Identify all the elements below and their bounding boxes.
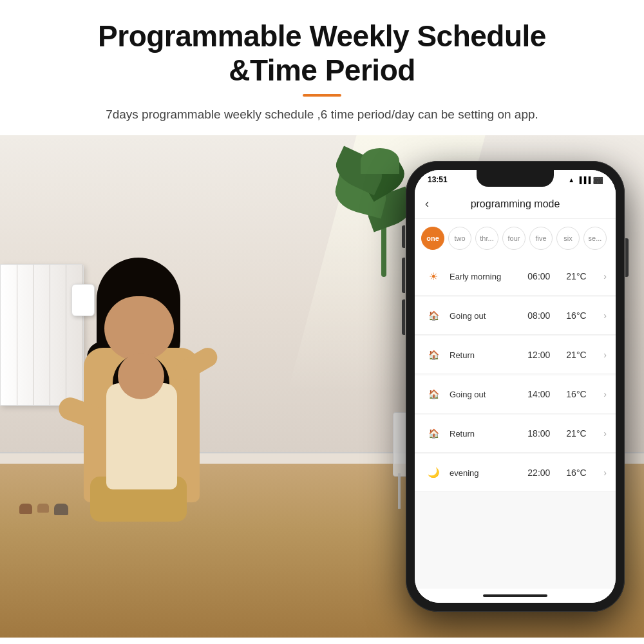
title-underline — [303, 94, 341, 97]
day-tabs: one two thr... four five — [415, 219, 616, 258]
schedule-arrow-0: › — [603, 271, 607, 281]
plant-area — [316, 135, 419, 277]
schedule-item-4[interactable]: 🏠 Return 18:00 21°C › — [415, 415, 616, 453]
schedule-time-5: 22:00 — [527, 468, 560, 478]
schedule-icon-4: 🏠 — [424, 424, 443, 443]
schedule-time-4: 18:00 — [527, 428, 560, 439]
top-section: Programmable Weekly Schedule &Time Perio… — [0, 0, 644, 135]
schedule-temp-2: 21°C — [566, 350, 597, 360]
battery-icon: ▓▓ — [593, 176, 603, 184]
schedule-arrow-3: › — [603, 389, 607, 399]
schedule-time-0: 06:00 — [527, 271, 560, 281]
schedule-item-5[interactable]: 🌙 evening 22:00 16°C › — [415, 454, 616, 492]
schedule-arrow-2: › — [603, 350, 607, 360]
main-title: Programmable Weekly Schedule &Time Perio… — [26, 19, 618, 88]
schedule-label-1: Going out — [450, 311, 521, 321]
phone-volume-up-button — [402, 258, 405, 293]
schedule-item-0[interactable]: ☀ Early morning 06:00 21°C › — [415, 258, 616, 296]
phone-notch — [477, 170, 554, 187]
schedule-label-5: evening — [450, 468, 521, 478]
schedule-time-3: 14:00 — [527, 389, 560, 399]
schedule-temp-3: 16°C — [566, 389, 597, 399]
schedule-list: ☀ Early morning 06:00 21°C › 🏠 Going out — [415, 258, 616, 589]
schedule-label-3: Going out — [450, 390, 521, 399]
person-area — [52, 232, 296, 554]
subtitle: 7days programmable weekly schedule ,6 ti… — [26, 106, 618, 124]
app-header-title: programming mode — [471, 198, 560, 210]
wifi-icon: ▲ — [568, 176, 574, 184]
schedule-temp-1: 16°C — [566, 310, 597, 321]
status-time: 13:51 — [428, 175, 448, 184]
signal-icon: ▐▐▐ — [577, 176, 591, 184]
schedule-arrow-4: › — [603, 428, 607, 439]
phone: 13:51 ▲ ▐▐▐ ▓▓ ‹ programming mode — [406, 161, 625, 612]
schedule-icon-2: 🏠 — [424, 345, 443, 365]
schedule-label-2: Return — [450, 350, 521, 360]
schedule-label-0: Early morning — [450, 272, 521, 281]
schedule-temp-4: 21°C — [566, 428, 597, 439]
schedule-item-3[interactable]: 🏠 Going out 14:00 16°C › — [415, 375, 616, 413]
schedule-time-1: 08:00 — [527, 310, 560, 321]
schedule-item-2[interactable]: 🏠 Return 12:00 21°C › — [415, 336, 616, 374]
schedule-icon-5: 🌙 — [424, 463, 443, 482]
phone-mute-button — [402, 225, 405, 248]
schedule-icon-3: 🏠 — [424, 384, 443, 404]
schedule-icon-1: 🏠 — [424, 306, 443, 325]
back-button[interactable]: ‹ — [425, 197, 429, 211]
schedule-icon-0: ☀ — [424, 267, 443, 286]
day-tab-five[interactable]: five — [529, 227, 553, 250]
schedule-label-4: Return — [450, 429, 521, 439]
schedule-temp-0: 21°C — [566, 271, 597, 281]
day-tab-seven[interactable]: se... — [583, 227, 607, 250]
status-icons: ▲ ▐▐▐ ▓▓ — [568, 176, 603, 184]
phone-power-button — [625, 238, 629, 277]
day-tab-three[interactable]: thr... — [475, 227, 498, 250]
phone-volume-down-button — [402, 299, 405, 335]
photo-section: 13:51 ▲ ▐▐▐ ▓▓ ‹ programming mode — [0, 135, 644, 638]
day-tab-two[interactable]: two — [448, 227, 471, 250]
schedule-item-1[interactable]: 🏠 Going out 08:00 16°C › — [415, 297, 616, 335]
schedule-arrow-5: › — [603, 468, 607, 478]
app-header: ‹ programming mode — [415, 189, 616, 219]
app-screen: 13:51 ▲ ▐▐▐ ▓▓ ‹ programming mode — [415, 170, 616, 603]
phone-home-bar — [415, 589, 616, 603]
schedule-temp-5: 16°C — [566, 468, 597, 478]
schedule-time-2: 12:00 — [527, 350, 560, 360]
schedule-arrow-1: › — [603, 310, 607, 321]
floor-items — [19, 504, 68, 515]
home-indicator — [483, 594, 547, 597]
day-tab-six[interactable]: six — [556, 227, 580, 250]
day-tab-four[interactable]: four — [502, 227, 526, 250]
day-tab-one[interactable]: one — [421, 227, 444, 250]
